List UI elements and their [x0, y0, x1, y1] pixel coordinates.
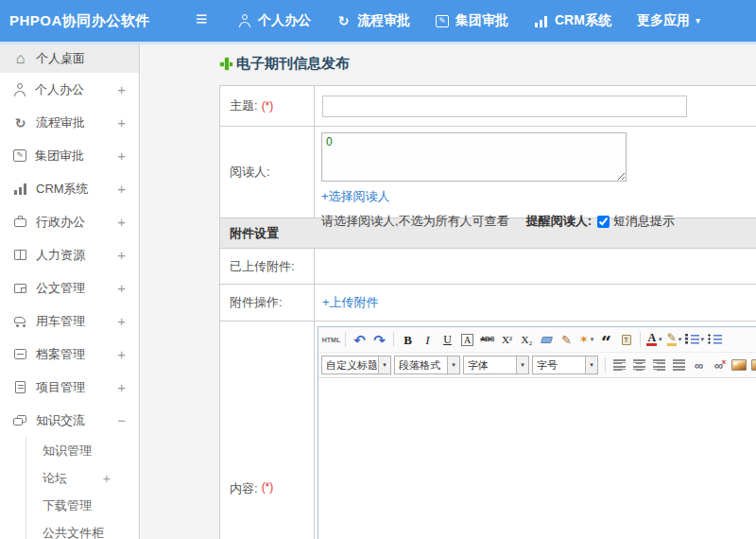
media-icon: [751, 359, 756, 371]
sidebar-item[interactable]: ⌂个人桌面: [0, 44, 139, 73]
nav-item[interactable]: 更多应用▾: [637, 12, 700, 29]
expand-toggle[interactable]: +: [117, 280, 126, 296]
home-icon: ⌂: [13, 52, 27, 65]
html-source-icon: HTML: [322, 337, 340, 343]
sidebar: ⌂个人桌面个人办公+↻流程审批+✎集团审批+CRM系统+行政办公+人力资源+公文…: [0, 44, 140, 539]
link-button[interactable]: ∞: [690, 356, 709, 375]
page-title-row: 电子期刊信息发布: [220, 55, 350, 73]
uploaded-attachments-label-cell: 已上传附件:: [220, 249, 315, 284]
upload-attachment-link[interactable]: +上传附件: [322, 294, 379, 311]
content-label-cell: 内容: (*): [220, 322, 315, 539]
align-center-button[interactable]: [630, 356, 649, 375]
undo-button[interactable]: ↶: [351, 330, 369, 350]
expand-toggle[interactable]: +: [117, 379, 126, 395]
subscript-icon: X₂: [522, 335, 533, 345]
readers-textarea[interactable]: 0: [321, 132, 627, 182]
expand-toggle[interactable]: +: [117, 346, 126, 362]
sidebar-subitem[interactable]: 公共文件柜: [26, 519, 139, 539]
expand-toggle[interactable]: +: [117, 247, 126, 263]
sidebar-item[interactable]: CRM系统+: [0, 172, 139, 205]
editor-body[interactable]: [318, 378, 756, 539]
app-logo: PHPOA协同办公软件: [9, 12, 150, 30]
underline-button[interactable]: U: [438, 330, 457, 350]
sidebar-item[interactable]: 知识交流−: [0, 404, 139, 437]
sidebar-subitem[interactable]: 下载管理: [26, 492, 139, 519]
nav-item[interactable]: ✎集团审批: [436, 12, 508, 29]
font-family-select[interactable]: 字体▾: [463, 356, 529, 374]
sidebar-item[interactable]: 档案管理+: [0, 338, 139, 371]
highlight-icon: ✎: [667, 333, 677, 346]
highlight-button[interactable]: ✎▾: [665, 330, 684, 350]
sms-checkbox[interactable]: [597, 216, 610, 228]
expand-toggle[interactable]: +: [117, 214, 126, 230]
subscript-button[interactable]: X₂: [518, 330, 537, 350]
sidebar-item[interactable]: 个人办公+: [0, 73, 139, 106]
paragraph-select[interactable]: 段落格式▾: [394, 356, 460, 374]
unordered-list-button[interactable]: [705, 330, 724, 350]
unlink-button[interactable]: ∞: [710, 356, 729, 375]
html-source-button[interactable]: HTML: [322, 330, 341, 350]
text-style-button[interactable]: A: [458, 330, 477, 350]
strikethrough-button[interactable]: ABC: [478, 330, 497, 350]
sidebar-item[interactable]: 用车管理+: [0, 304, 139, 338]
align-right-button[interactable]: [650, 356, 669, 375]
readers-label-cell: 阅读人:: [220, 127, 315, 217]
align-justify-button[interactable]: [670, 356, 689, 375]
nav-item[interactable]: 个人办公: [238, 12, 311, 29]
unlink-icon: ∞: [714, 359, 723, 372]
paragraph-select-value: 段落格式: [395, 358, 447, 373]
sidebar-item[interactable]: 行政办公+: [0, 205, 139, 238]
eraser-button[interactable]: [538, 330, 557, 350]
expand-toggle[interactable]: +: [117, 148, 126, 164]
sidebar-subitem[interactable]: 论坛+: [26, 464, 139, 492]
sidebar-item[interactable]: 人力资源+: [0, 238, 139, 271]
align-center-icon: [633, 359, 645, 371]
person-icon: [238, 14, 251, 27]
paste-button[interactable]: [617, 330, 636, 350]
bold-button[interactable]: B: [399, 330, 418, 350]
expand-toggle[interactable]: +: [117, 313, 126, 329]
expand-toggle[interactable]: −: [117, 412, 126, 428]
sidebar-item[interactable]: ✎集团审批+: [0, 139, 139, 172]
expand-toggle[interactable]: +: [103, 471, 111, 486]
superscript-button[interactable]: X²: [498, 330, 517, 350]
heading-select[interactable]: 自定义标题▾: [321, 356, 391, 374]
nav-item-label: 集团审批: [455, 12, 508, 29]
italic-button[interactable]: I: [419, 330, 438, 350]
archive-icon: [13, 348, 27, 360]
attachment-actions-label: 附件操作:: [230, 294, 283, 311]
select-readers-link[interactable]: +选择阅读人: [321, 188, 390, 205]
sidebar-item-label: CRM系统: [36, 181, 89, 198]
expand-toggle[interactable]: +: [117, 81, 126, 97]
font-color-icon: A: [646, 333, 657, 346]
header-accent-strip: [0, 42, 756, 44]
redo-button[interactable]: ↷: [370, 330, 389, 350]
magic-wand-button[interactable]: ✶▾: [577, 330, 596, 350]
uploaded-attachments-label: 已上传附件:: [230, 258, 295, 275]
subject-input[interactable]: [322, 96, 687, 117]
align-left-button[interactable]: [610, 356, 629, 375]
sidebar-subitem-label: 论坛: [43, 470, 67, 487]
expand-toggle[interactable]: +: [117, 114, 126, 130]
expand-toggle[interactable]: +: [117, 181, 126, 197]
nav-item[interactable]: CRM系统: [534, 12, 611, 29]
quote-button[interactable]: “: [597, 330, 616, 350]
edit-icon: ✎: [436, 15, 449, 27]
sidebar-item-label: 个人桌面: [36, 50, 85, 67]
media-button[interactable]: [749, 356, 756, 375]
sidebar-subitem[interactable]: 知识管理: [26, 437, 139, 464]
sidebar-item[interactable]: ↻流程审批+: [0, 106, 139, 139]
project-icon: [13, 381, 27, 393]
nav-item[interactable]: ↻流程审批: [336, 12, 410, 29]
sidebar-item[interactable]: 项目管理+: [0, 371, 139, 404]
font-color-button[interactable]: A▾: [645, 330, 664, 350]
image-button[interactable]: [730, 356, 748, 375]
format-brush-button[interactable]: ✎: [558, 330, 576, 350]
sidebar-item[interactable]: 公文管理+: [0, 271, 139, 304]
font-size-select[interactable]: 字号▾: [532, 356, 598, 374]
ordered-list-button[interactable]: ▾: [685, 330, 705, 350]
magic-wand-icon: ✶: [579, 334, 589, 345]
hamburger-icon[interactable]: ≡: [196, 9, 207, 28]
unordered-list-icon: [708, 334, 722, 345]
attachment-actions-row: 附件操作: +上传附件: [220, 285, 756, 322]
